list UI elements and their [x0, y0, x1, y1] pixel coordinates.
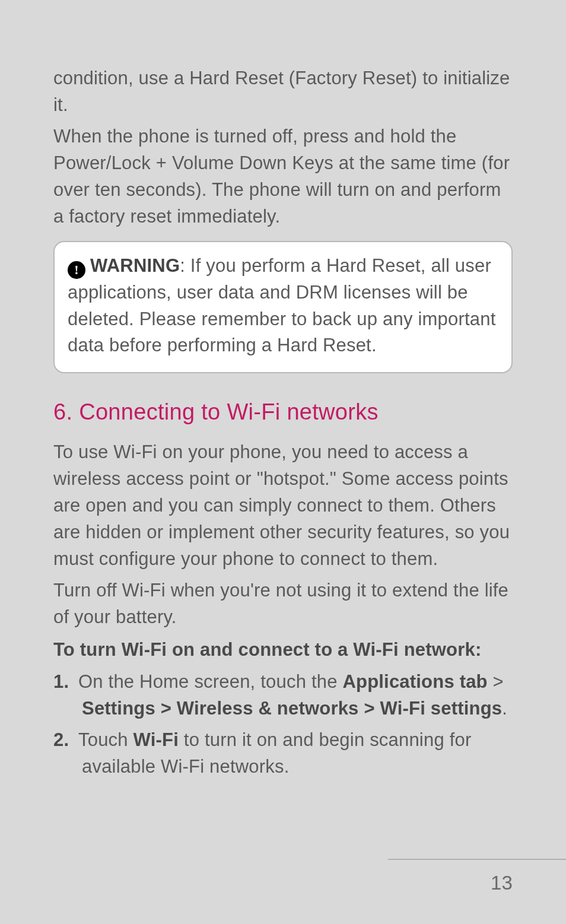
section-subhead: To turn Wi-Fi on and connect to a Wi-Fi …: [53, 639, 513, 661]
warning-label: WARNING: [90, 255, 180, 276]
section-paragraph-2: Turn off Wi-Fi when you're not using it …: [53, 577, 513, 631]
step-2: 2.Touch Wi-Fi to turn it on and begin sc…: [53, 727, 513, 780]
step-text-mid: >: [488, 671, 504, 692]
step-text-suffix: .: [502, 698, 507, 719]
warning-icon: !: [68, 261, 85, 279]
warning-box: !WARNING: If you perform a Hard Reset, a…: [53, 241, 513, 374]
step-bold-1: Wi-Fi: [133, 729, 179, 750]
step-bold-2: Settings > Wireless & networks > Wi-Fi s…: [82, 698, 502, 719]
intro-paragraph-1: condition, use a Hard Reset (Factory Res…: [53, 65, 513, 119]
step-bold-1: Applications tab: [342, 671, 487, 692]
step-number: 1.: [53, 669, 78, 696]
page-number: 13: [491, 872, 513, 894]
step-1: 1.On the Home screen, touch the Applicat…: [53, 669, 513, 722]
step-text-prefix: On the Home screen, touch the: [78, 671, 342, 692]
footer-rule: [388, 859, 566, 860]
warning-text: !WARNING: If you perform a Hard Reset, a…: [68, 253, 498, 360]
intro-paragraph-2: When the phone is turned off, press and …: [53, 123, 513, 230]
step-number: 2.: [53, 727, 78, 754]
step-text-prefix: Touch: [78, 729, 133, 750]
section-paragraph-1: To use Wi-Fi on your phone, you need to …: [53, 439, 513, 573]
section-heading: 6. Connecting to Wi-Fi networks: [53, 399, 513, 425]
